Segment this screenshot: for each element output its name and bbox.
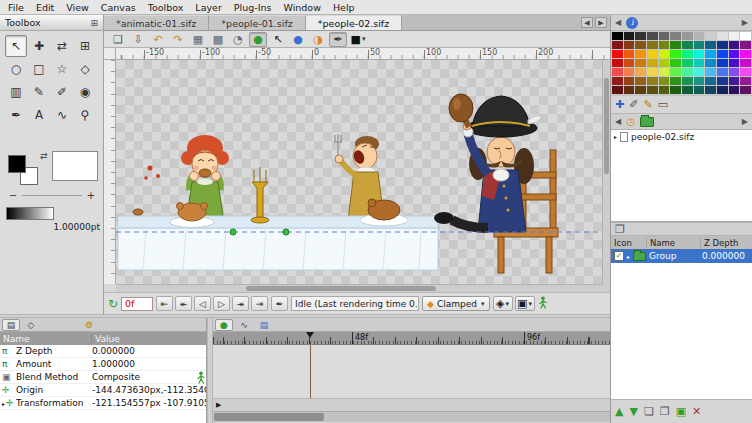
chevron-right-icon[interactable]: ▶	[742, 117, 748, 126]
chevron-left-icon[interactable]: ◀	[581, 17, 593, 28]
palette-swatch[interactable]	[659, 86, 670, 94]
timetrack-scrollbar[interactable]	[213, 411, 610, 422]
palette-swatch[interactable]	[635, 68, 646, 76]
history-tab-icon[interactable]: ◷	[626, 116, 635, 127]
palette-swatch[interactable]	[705, 32, 716, 40]
layer-enable-checkbox[interactable]: ✓	[614, 251, 624, 261]
menu-file[interactable]: File	[2, 0, 30, 14]
zoom-tool[interactable]: ⚲	[74, 104, 96, 126]
brush-width-value[interactable]: 1.00000pt	[48, 222, 100, 232]
palette-swatch[interactable]	[612, 77, 623, 85]
canvas-browser-item[interactable]: ▸ people-02.sifz	[611, 130, 752, 143]
palette-swatch[interactable]	[624, 59, 635, 67]
gradient-swatch[interactable]	[6, 207, 54, 220]
mirror-tool[interactable]: ⇄	[51, 35, 73, 57]
fill-tool[interactable]: ◉	[74, 81, 96, 103]
palette-swatch[interactable]	[717, 86, 728, 94]
palette-swatch[interactable]	[705, 41, 716, 49]
menu-window[interactable]: Window	[277, 0, 326, 14]
palette-swatch[interactable]	[670, 59, 681, 67]
palette-swatch[interactable]	[705, 68, 716, 76]
brush-size-slider[interactable]	[22, 195, 82, 196]
document-tab[interactable]: *people-01.sifz	[209, 15, 305, 30]
swap-colors-icon[interactable]: ⇄	[40, 151, 48, 161]
palette-swatch[interactable]	[659, 41, 670, 49]
background-render-icon[interactable]: ●	[289, 32, 307, 47]
chevron-right-icon[interactable]: ▶	[742, 18, 748, 27]
column-value[interactable]: Value	[92, 334, 206, 344]
palette-swatch[interactable]	[612, 86, 623, 94]
undo-icon[interactable]: ↶	[149, 32, 167, 47]
palette-swatch[interactable]	[705, 50, 716, 58]
palette-swatch[interactable]	[694, 86, 705, 94]
dock-icon[interactable]: ⊞	[90, 18, 98, 28]
new-doc-icon[interactable]: ❏	[109, 32, 127, 47]
fill-color-swatch[interactable]	[8, 155, 26, 173]
menu-layer[interactable]: Layer	[189, 0, 228, 14]
fill-swatch-dropdown[interactable]: ■▾	[349, 32, 367, 47]
animate-mode-slot[interactable]	[538, 296, 548, 311]
palette-swatch[interactable]	[612, 68, 623, 76]
palette-swatch[interactable]	[705, 86, 716, 94]
palette-swatch[interactable]	[670, 86, 681, 94]
onion-skin-icon[interactable]: ◑	[309, 32, 327, 47]
chevron-left-icon[interactable]: ◀	[615, 117, 621, 126]
current-time-field[interactable]: 0f	[121, 297, 153, 311]
column-zdepth[interactable]: Z Depth	[701, 238, 752, 248]
text-tool[interactable]: A	[28, 104, 50, 126]
chevron-right-icon[interactable]: ▶	[595, 17, 607, 28]
tab-curves[interactable]: ∿	[235, 319, 253, 331]
palette-swatch[interactable]	[729, 32, 740, 40]
expander-icon[interactable]: ▸	[2, 400, 5, 407]
param-row[interactable]: ✛Origin-144.473630px,-112.3540	[0, 384, 206, 397]
vertex-handle[interactable]	[230, 229, 236, 235]
param-row[interactable]: ▣Blend MethodComposite	[0, 371, 206, 384]
new-layer-button[interactable]: ❏	[644, 405, 654, 418]
circle-tool[interactable]: ○	[5, 58, 27, 80]
palette-swatch[interactable]	[729, 68, 740, 76]
palette-swatch[interactable]	[682, 77, 693, 85]
palette-swatch[interactable]	[624, 86, 635, 94]
tab-library[interactable]: ⚙	[80, 319, 98, 331]
param-value[interactable]: 1.000000	[92, 359, 206, 369]
bone-lock-dropdown[interactable]: ▣▾	[515, 296, 535, 311]
palette-swatch[interactable]	[624, 77, 635, 85]
delete-layer-button[interactable]: ✕	[692, 405, 701, 418]
palette-swatch[interactable]	[694, 41, 705, 49]
palette-swatch[interactable]	[694, 32, 705, 40]
next-frame-button[interactable]: ↠	[232, 296, 249, 311]
palette-swatch[interactable]	[729, 50, 740, 58]
toggle-grid-show-icon[interactable]: ▦	[189, 32, 207, 47]
palette-swatch[interactable]	[705, 77, 716, 85]
scrollbar-thumb[interactable]	[604, 78, 609, 174]
palette-swatch[interactable]	[670, 68, 681, 76]
palette-swatch[interactable]	[647, 50, 658, 58]
group-layer-button[interactable]: ▣	[676, 405, 686, 418]
draw-tool[interactable]: ✐	[51, 81, 73, 103]
render-pen-button[interactable]: ✒	[271, 296, 288, 311]
gradient-tool[interactable]: ▥	[5, 81, 27, 103]
seek-prev-keyframe-button[interactable]: ↞	[175, 296, 192, 311]
palette-swatch[interactable]	[717, 50, 728, 58]
palette-swatch[interactable]	[740, 59, 751, 67]
tab-params[interactable]: ▤	[2, 319, 20, 331]
palette-swatch[interactable]	[659, 68, 670, 76]
param-value[interactable]: -121.154557px -107.9105	[92, 398, 206, 408]
palette-swatch[interactable]	[717, 32, 728, 40]
palette-swatch[interactable]	[682, 41, 693, 49]
animate-man-icon[interactable]	[538, 296, 548, 309]
palette-swatch[interactable]	[635, 59, 646, 67]
menu-view[interactable]: View	[60, 0, 95, 14]
palette-swatch[interactable]	[717, 77, 728, 85]
scale-tool[interactable]: ⊞	[74, 35, 96, 57]
menu-help[interactable]: Help	[327, 0, 361, 14]
export-icon[interactable]: ⇩	[129, 32, 147, 47]
palette-swatch[interactable]	[635, 32, 646, 40]
palette-swatch[interactable]	[740, 77, 751, 85]
layers-panel-icon[interactable]: ❐	[615, 223, 625, 236]
toggle-grid-snap-icon[interactable]: ▩	[209, 32, 227, 47]
lower-layer-button[interactable]: ▼	[629, 405, 637, 418]
palette-swatch[interactable]	[682, 59, 693, 67]
palette-swatch[interactable]	[717, 68, 728, 76]
keyframe-lock-dropdown[interactable]: ◈▾	[493, 296, 513, 311]
